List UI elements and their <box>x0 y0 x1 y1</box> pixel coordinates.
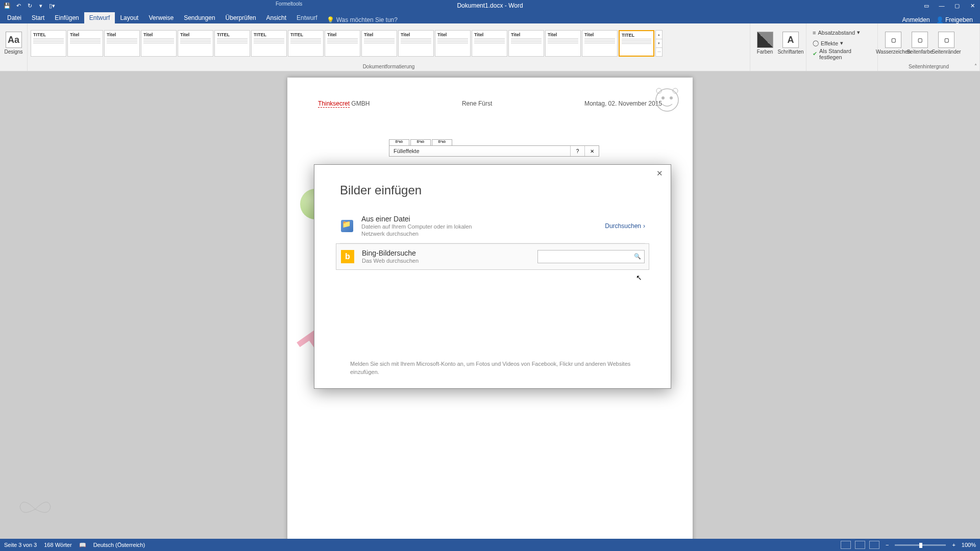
page-borders-button[interactable]: ▢ Seitenränder <box>934 27 959 60</box>
style-thumb[interactable]: TITEL <box>251 30 287 57</box>
gallery-scroll-btn[interactable]: ⋯ <box>656 48 662 56</box>
page-header: Thinksecret GMBH Rene Fürst Montag, 02. … <box>287 78 693 107</box>
style-thumb[interactable]: TITEL <box>31 30 66 57</box>
group-label-empty <box>0 63 27 71</box>
from-file-row[interactable]: Aus einer Datei Dateien auf Ihrem Comput… <box>340 210 645 243</box>
tab-file[interactable]: Datei <box>2 12 27 23</box>
tab-formula-design[interactable]: Entwurf <box>291 12 323 23</box>
effects-icon: ◯ <box>813 40 819 46</box>
bing-search-box[interactable]: 🔍 <box>537 250 645 263</box>
style-thumb[interactable]: Titel <box>67 30 103 57</box>
style-thumb[interactable]: Titel <box>178 30 213 57</box>
document-title: Dokument1.docx - Word <box>457 2 523 9</box>
tab-review[interactable]: Überprüfen <box>220 12 261 23</box>
set-default-button[interactable]: ✔Als Standard festlegen <box>810 49 874 59</box>
status-language[interactable]: Deutsch (Österreich) <box>93 542 145 548</box>
collapse-ribbon-icon[interactable]: ˄ <box>974 63 977 69</box>
themes-label: Designs <box>4 49 22 55</box>
svg-point-0 <box>656 89 678 111</box>
save-icon[interactable]: 💾 <box>2 1 12 10</box>
header-author: Rene Fürst <box>462 100 492 107</box>
fill-tab-c[interactable]: B²ab <box>432 139 452 145</box>
status-word-count[interactable]: 168 Wörter <box>44 542 71 548</box>
view-web-layout[interactable] <box>869 541 879 549</box>
style-thumb[interactable]: Titel <box>545 30 581 57</box>
page-borders-label: Seitenränder <box>932 49 961 55</box>
paragraph-icon: ≡ <box>813 30 816 36</box>
tab-mailings[interactable]: Sendungen <box>179 12 220 23</box>
tab-insert[interactable]: Einfügen <box>50 12 84 23</box>
zoom-slider[interactable] <box>895 544 946 546</box>
fill-tab-b[interactable]: B²ab <box>410 139 431 145</box>
style-thumb[interactable]: TITEL <box>214 30 250 57</box>
tell-me-search[interactable]: 💡 Was möchten Sie tun? <box>323 16 402 23</box>
fill-effects-dialog-titlebar[interactable]: Fülleffekte ? ✕ <box>389 145 599 157</box>
status-bar: Seite 3 von 3 168 Wörter 📖 Deutsch (Öste… <box>0 539 980 551</box>
colors-icon <box>757 32 773 48</box>
zoom-in-button[interactable]: + <box>950 542 957 548</box>
tab-layout[interactable]: Layout <box>115 12 143 23</box>
view-print-layout[interactable] <box>855 541 865 549</box>
style-thumb[interactable]: Titel <box>141 30 177 57</box>
fill-tab-a[interactable]: B²ab <box>389 139 409 145</box>
tab-start[interactable]: Start <box>27 12 50 23</box>
colors-button[interactable]: Farben <box>753 27 776 60</box>
tab-references[interactable]: Verweise <box>143 12 179 23</box>
zoom-level[interactable]: 100% <box>962 542 976 548</box>
effects-button[interactable]: ◯Effekte▾ <box>810 38 874 48</box>
gallery-scroll-btn[interactable]: ▴ <box>656 31 662 39</box>
minimize-icon[interactable]: — <box>934 0 949 11</box>
close-icon[interactable]: ✕ <box>965 0 980 11</box>
bing-search-row[interactable]: b Bing-Bildersuche Das Web durchsuchen 🔍 <box>336 243 649 270</box>
fonts-button[interactable]: A Schriftarten <box>778 27 803 60</box>
tab-view[interactable]: Ansicht <box>261 12 291 23</box>
svg-point-2 <box>670 96 673 99</box>
check-icon: ✔ <box>813 51 817 57</box>
style-thumb[interactable]: Titel <box>435 30 471 57</box>
style-thumb[interactable]: Titel <box>104 30 140 57</box>
paragraph-spacing-button[interactable]: ≡Absatzabstand▾ <box>810 28 874 38</box>
view-read-mode[interactable] <box>841 541 851 549</box>
search-icon[interactable]: 🔍 <box>634 253 641 260</box>
browse-link[interactable]: Durchsuchen› <box>605 222 645 230</box>
quick-access-toolbar: 💾 ↶ ↻ ▾ ▯▾ <box>0 1 59 10</box>
themes-button[interactable]: Aa Designs <box>3 27 24 60</box>
zoom-out-button[interactable]: − <box>884 542 891 548</box>
tab-design[interactable]: Entwurf <box>84 12 115 23</box>
page-color-button[interactable]: ▢ Seitenfarbe <box>908 27 932 60</box>
dialog-footer-note: Melden Sie sich mit Ihrem Microsoft-Kont… <box>350 360 640 376</box>
qat-more-icon[interactable]: ▾ <box>36 1 46 10</box>
style-thumb[interactable]: Titel <box>508 30 544 57</box>
maximize-icon[interactable]: ▢ <box>949 0 965 11</box>
style-thumb[interactable]: Titel <box>472 30 507 57</box>
status-proofing-icon[interactable]: 📖 <box>79 542 86 548</box>
watermark-button[interactable]: ▢ Wasserzeichen <box>881 27 905 60</box>
style-thumb[interactable]: Titel <box>325 30 360 57</box>
fill-effects-help-icon[interactable]: ? <box>570 146 584 156</box>
status-page[interactable]: Seite 3 von 3 <box>4 542 37 548</box>
redo-icon[interactable]: ↻ <box>24 1 35 10</box>
ribbon-options-icon[interactable]: ▭ <box>919 0 934 11</box>
undo-icon[interactable]: ↶ <box>13 1 23 10</box>
sign-in-link[interactable]: Anmelden <box>902 16 930 23</box>
dialog-close-icon[interactable]: ✕ <box>654 169 665 179</box>
ribbon-body: Aa Designs TITELTitelTitelTitelTitelTITE… <box>0 23 980 71</box>
style-thumb[interactable]: TITEL <box>288 30 324 57</box>
fill-effects-close-icon[interactable]: ✕ <box>584 146 599 156</box>
watermark-icon: ▢ <box>885 32 901 48</box>
style-thumb[interactable]: Titel <box>361 30 397 57</box>
fonts-icon: A <box>782 32 799 48</box>
bing-search-input[interactable] <box>541 253 634 260</box>
style-thumb[interactable]: Titel <box>582 30 618 57</box>
touch-mode-icon[interactable]: ▯▾ <box>47 1 57 10</box>
page-borders-icon: ▢ <box>938 32 954 48</box>
file-source-icon <box>340 219 354 233</box>
style-thumb[interactable]: Titel <box>398 30 434 57</box>
style-thumb[interactable]: TITEL <box>619 30 654 57</box>
gallery-scroll-btn[interactable]: ▾ <box>656 39 662 48</box>
share-button[interactable]: 👤 Freigeben <box>936 16 973 23</box>
style-gallery[interactable]: TITELTitelTitelTitelTitelTITELTITELTITEL… <box>31 28 663 59</box>
from-file-title: Aus einer Datei <box>361 215 598 223</box>
header-date: Montag, 02. November 2015 <box>584 100 662 107</box>
insert-pictures-dialog: ✕ Bilder einfügen Aus einer Datei Dateie… <box>314 164 671 389</box>
